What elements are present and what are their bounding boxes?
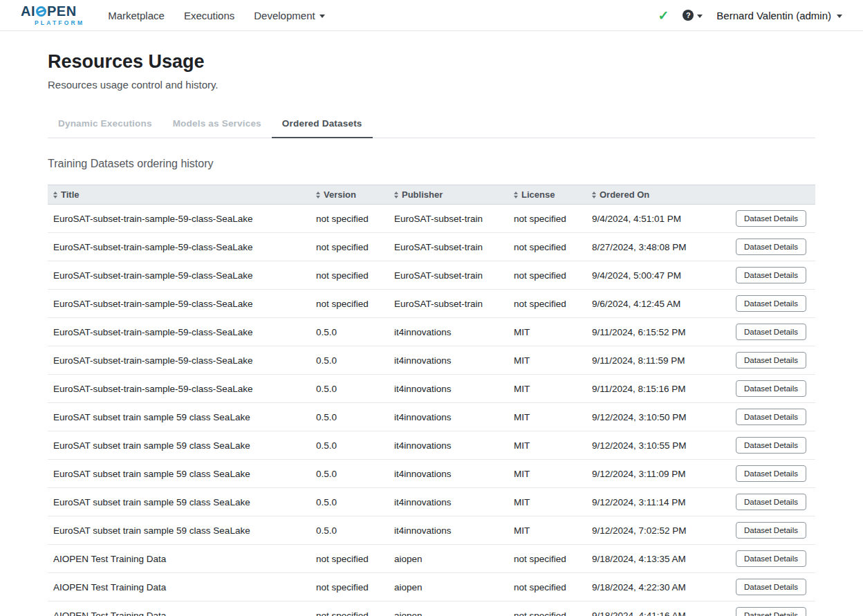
dataset-details-button[interactable]: Dataset Details: [736, 522, 806, 539]
cell-publisher: it4innovations: [389, 403, 508, 431]
cell-title: AIOPEN Test Training Data: [48, 545, 310, 573]
top-navbar: AIPEN PLATFORM Marketplace Executions De…: [0, 0, 863, 31]
cell-version: 0.5.0: [310, 431, 389, 460]
column-label: Title: [61, 189, 80, 200]
help-menu[interactable]: ?: [683, 10, 703, 21]
table-row: EuroSAT-subset-train-sample-59-class-Sea…: [48, 290, 815, 318]
nav-item-label: Executions: [184, 10, 234, 21]
help-icon: ?: [683, 10, 694, 21]
column-header-license[interactable]: License: [508, 185, 586, 205]
tab-models-as-services[interactable]: Models as Services: [163, 109, 272, 138]
table-header: Title Version Publisher License Ordered …: [48, 185, 815, 205]
aiopen-logo[interactable]: AIPEN PLATFORM: [21, 4, 84, 26]
cell-actions: Dataset Details: [730, 318, 815, 346]
cell-title: EuroSAT-subset-train-sample-59-class-Sea…: [48, 233, 310, 261]
dataset-details-button[interactable]: Dataset Details: [736, 267, 806, 283]
table-row: AIOPEN Test Training Data not specified …: [48, 573, 815, 601]
table-row: EuroSAT-subset-train-sample-59-class-Sea…: [48, 375, 815, 403]
dataset-details-button[interactable]: Dataset Details: [736, 579, 806, 595]
cell-ordered-on: 9/11/2024, 6:15:52 PM: [586, 318, 730, 346]
column-header-version[interactable]: Version: [310, 185, 389, 205]
cell-actions: Dataset Details: [730, 261, 815, 290]
dataset-details-button[interactable]: Dataset Details: [736, 550, 806, 567]
cell-version: 0.5.0: [310, 488, 389, 516]
tab-ordered-datasets[interactable]: Ordered Datasets: [272, 109, 373, 138]
cell-title: EuroSAT-subset-train-sample-59-class-Sea…: [48, 205, 310, 233]
cell-actions: Dataset Details: [730, 205, 815, 233]
cell-title: EuroSAT-subset-train-sample-59-class-Sea…: [48, 261, 310, 290]
nav-item-executions[interactable]: Executions: [184, 10, 234, 21]
logo-text-left: AI: [21, 4, 35, 18]
tab-dynamic-executions[interactable]: Dynamic Executions: [48, 109, 163, 138]
cell-title: EuroSAT subset train sample 59 class Sea…: [48, 516, 310, 545]
nav-item-marketplace[interactable]: Marketplace: [108, 10, 165, 21]
cell-version: not specified: [310, 601, 389, 616]
table-row: EuroSAT-subset-train-sample-59-class-Sea…: [48, 346, 815, 375]
cell-title: EuroSAT-subset-train-sample-59-class-Sea…: [48, 290, 310, 318]
cell-license: MIT: [508, 460, 586, 488]
cell-version: 0.5.0: [310, 346, 389, 375]
dataset-details-button[interactable]: Dataset Details: [736, 324, 806, 340]
table-row: AIOPEN Test Training Data not specified …: [48, 601, 815, 616]
dataset-details-button[interactable]: Dataset Details: [736, 494, 806, 510]
cell-publisher: it4innovations: [389, 318, 508, 346]
column-header-ordered-on[interactable]: Ordered On: [586, 185, 730, 205]
cell-version: not specified: [310, 290, 389, 318]
column-header-publisher[interactable]: Publisher: [389, 185, 508, 205]
cell-ordered-on: 9/12/2024, 3:11:14 PM: [586, 488, 730, 516]
nav-item-label: Marketplace: [108, 10, 165, 21]
cell-publisher: it4innovations: [389, 488, 508, 516]
column-header-title[interactable]: Title: [48, 185, 310, 205]
dataset-details-button[interactable]: Dataset Details: [736, 465, 806, 482]
cell-title: EuroSAT subset train sample 59 class Sea…: [48, 460, 310, 488]
cell-license: MIT: [508, 516, 586, 545]
dataset-details-button[interactable]: Dataset Details: [736, 380, 806, 397]
dataset-details-button[interactable]: Dataset Details: [736, 437, 806, 454]
dataset-details-button[interactable]: Dataset Details: [736, 210, 806, 227]
cell-version: 0.5.0: [310, 403, 389, 431]
cell-title: EuroSAT-subset-train-sample-59-class-Sea…: [48, 375, 310, 403]
dataset-details-button[interactable]: Dataset Details: [736, 239, 806, 255]
cell-ordered-on: 9/4/2024, 5:00:47 PM: [586, 261, 730, 290]
dataset-details-button[interactable]: Dataset Details: [736, 295, 806, 312]
cell-publisher: it4innovations: [389, 516, 508, 545]
dataset-details-button[interactable]: Dataset Details: [736, 409, 806, 425]
cell-title: EuroSAT subset train sample 59 class Sea…: [48, 431, 310, 460]
table-row: EuroSAT subset train sample 59 class Sea…: [48, 488, 815, 516]
logo-subtitle: PLATFORM: [21, 20, 84, 26]
cell-version: 0.5.0: [310, 516, 389, 545]
user-menu[interactable]: Bernard Valentin (admin): [716, 10, 842, 21]
cell-license: MIT: [508, 318, 586, 346]
cell-license: not specified: [508, 573, 586, 601]
cell-license: MIT: [508, 346, 586, 375]
cell-publisher: it4innovations: [389, 460, 508, 488]
cell-ordered-on: 9/18/2024, 4:22:30 AM: [586, 573, 730, 601]
chevron-down-icon: [319, 15, 325, 18]
table-row: AIOPEN Test Training Data not specified …: [48, 545, 815, 573]
cell-ordered-on: 9/6/2024, 4:12:45 AM: [586, 290, 730, 318]
page-subtitle: Resources usage control and history.: [48, 79, 815, 91]
nav-item-development[interactable]: Development: [254, 10, 324, 21]
page-title: Resources Usage: [48, 51, 815, 73]
table-row: EuroSAT subset train sample 59 class Sea…: [48, 403, 815, 431]
cell-license: not specified: [508, 233, 586, 261]
cell-license: MIT: [508, 431, 586, 460]
cell-ordered-on: 8/27/2024, 3:48:08 PM: [586, 233, 730, 261]
main-content: Resources Usage Resources usage control …: [0, 51, 863, 616]
cell-ordered-on: 9/12/2024, 3:10:50 PM: [586, 403, 730, 431]
sort-icon: [592, 192, 596, 198]
cell-actions: Dataset Details: [730, 601, 815, 616]
cell-version: 0.5.0: [310, 460, 389, 488]
sort-icon: [53, 192, 57, 198]
status-check-icon: ✓: [658, 8, 669, 24]
column-label: Publisher: [402, 189, 443, 200]
table-row: EuroSAT-subset-train-sample-59-class-Sea…: [48, 233, 815, 261]
dataset-details-button[interactable]: Dataset Details: [736, 352, 806, 368]
sort-icon: [316, 192, 320, 198]
dataset-details-button[interactable]: Dataset Details: [736, 607, 806, 616]
cell-version: not specified: [310, 573, 389, 601]
cell-actions: Dataset Details: [730, 403, 815, 431]
cell-actions: Dataset Details: [730, 233, 815, 261]
navbar-right: ✓ ? Bernard Valentin (admin): [658, 8, 842, 24]
cell-publisher: it4innovations: [389, 375, 508, 403]
